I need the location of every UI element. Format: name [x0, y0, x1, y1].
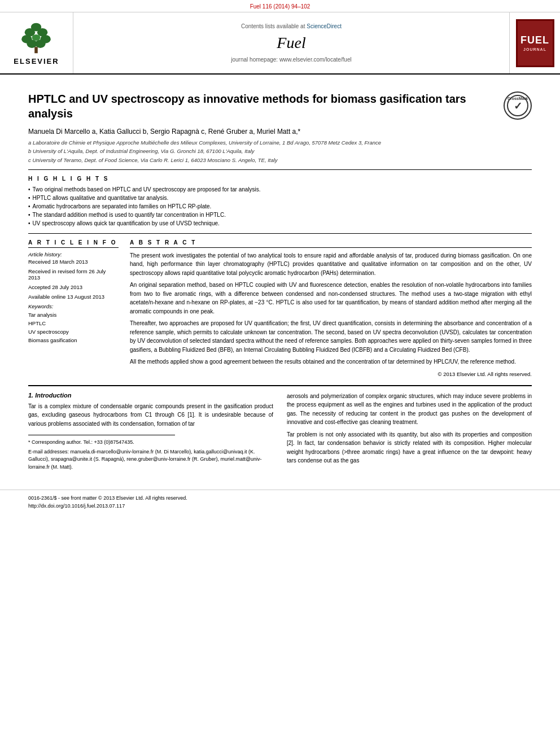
journal-citation: Fuel 116 (2014) 94–102	[250, 3, 310, 10]
fuel-badge-label: FUEL	[520, 34, 549, 46]
sciencedirect-link[interactable]: ScienceDirect	[307, 23, 342, 29]
elsevier-logo: ELSEVIER	[14, 21, 59, 65]
intro-heading: 1. Introduction	[28, 392, 273, 399]
section-number: 1.	[28, 392, 33, 399]
page-footer: 0016-2361/$ - see front matter © 2013 El…	[0, 490, 560, 514]
affiliation-c: c University of Teramo, Dept. of Food Sc…	[28, 156, 532, 164]
abstract-paragraph-4: All the methods applied show a good agre…	[130, 357, 532, 366]
article-info-column: A R T I C L E I N F O Article history: R…	[28, 239, 119, 377]
keyword-3: UV spectroscopy	[28, 327, 119, 336]
body-right-col: aerosols and polymerization of complex o…	[287, 392, 532, 473]
accepted-date: Accepted 28 July 2013	[28, 284, 119, 290]
fuel-badge-subtitle: JOURNAL	[523, 47, 546, 51]
email-intro-label: E-mail addresses:	[28, 449, 69, 455]
abstract-title: A B S T R A C T	[130, 239, 532, 248]
body-columns: 1. Introduction Tar is a complex mixture…	[28, 392, 532, 473]
svg-text:✓: ✓	[514, 101, 522, 112]
footer-left: 0016-2361/$ - see front matter © 2013 El…	[28, 495, 187, 510]
svg-point-7	[36, 40, 46, 48]
bullet-2: •	[28, 194, 30, 202]
keywords-label: Keywords:	[28, 303, 119, 309]
svg-rect-8	[35, 47, 38, 53]
copyright-line: © 2013 Elsevier Ltd. All rights reserved…	[130, 371, 532, 377]
affiliation-b: b University of L'Aquila, Dept. of Indus…	[28, 147, 532, 155]
affiliation-a: a Laboratoire de Chimie et Physique Appr…	[28, 139, 532, 146]
article-info-abstract: A R T I C L E I N F O Article history: R…	[28, 239, 532, 377]
abstract-paragraph-1: The present work investigates the potent…	[130, 251, 532, 278]
main-content: HPTLC and UV spectroscopy as innovative …	[0, 75, 560, 484]
top-bar: Fuel 116 (2014) 94–102	[0, 0, 560, 12]
intro-divider	[28, 385, 532, 386]
highlight-text-1: Two original methods based on HPTLC and …	[33, 185, 261, 194]
svg-point-9	[32, 34, 41, 41]
abstract-paragraph-3: Thereafter, two approaches are proposed …	[130, 319, 532, 354]
journal-name: Fuel	[277, 34, 305, 52]
doi-text: http://dx.doi.org/10.1016/j.fuel.2013.07…	[28, 503, 187, 510]
bullet-1: •	[28, 185, 30, 194]
received-date: Received 18 March 2013	[28, 259, 119, 265]
affiliations: a Laboratoire de Chimie et Physique Appr…	[28, 139, 532, 164]
bullet-4: •	[28, 211, 30, 219]
intro-left-para-1: Tar is a complex mixture of condensable …	[28, 402, 273, 429]
journal-header: ELSEVIER Contents lists available at Sci…	[0, 12, 560, 75]
highlight-text-5: UV spectroscopy allows quick tar quantif…	[33, 219, 220, 228]
revised-date: Received in revised form 26 July 2013	[28, 268, 119, 281]
authors-line: Manuela Di Marcello a, Katia Gallucci b,…	[28, 128, 532, 136]
section-title: Introduction	[35, 392, 71, 399]
keyword-2: HPTLC	[28, 319, 119, 327]
highlight-item-5: • UV spectroscopy allows quick tar quant…	[28, 219, 532, 228]
elsevier-logo-section: ELSEVIER	[0, 12, 73, 73]
corresponding-footnote: * Corresponding author. Tel.: +33 (0)875…	[28, 439, 273, 447]
highlight-item-2: • HPTLC allows qualitative and quantitat…	[28, 194, 532, 202]
elsevier-wordmark: ELSEVIER	[14, 57, 59, 65]
highlight-text-4: The standard addition method is used to …	[33, 211, 226, 219]
contents-text: Contents lists available at	[241, 23, 305, 29]
journal-homepage: journal homepage: www.elsevier.com/locat…	[231, 56, 351, 63]
elsevier-tree-icon	[19, 21, 53, 55]
sciencedirect-line: Contents lists available at ScienceDirec…	[241, 23, 342, 29]
highlight-text-3: Aromatic hydrocarbons are separated into…	[33, 202, 212, 211]
divider-2	[28, 233, 532, 234]
highlights-section: H I G H L I G H T S • Two original metho…	[28, 176, 532, 228]
email-footnote: E-mail addresses: manuela.di-marcello@un…	[28, 448, 273, 471]
intro-right-para-2: Tar problem is not only associated with …	[287, 430, 532, 465]
footnote-divider	[28, 435, 175, 435]
bullet-3: •	[28, 202, 30, 211]
journal-center-info: Contents lists available at ScienceDirec…	[73, 12, 509, 73]
keyword-4: Biomass gasification	[28, 336, 119, 344]
abstract-paragraph-2: An original separation method, based on …	[130, 281, 532, 316]
divider-1	[28, 169, 532, 170]
svg-text:CrossMark: CrossMark	[508, 97, 528, 101]
article-title-section: HPTLC and UV spectroscopy as innovative …	[28, 91, 532, 121]
highlight-item-4: • The standard addition method is used t…	[28, 211, 532, 219]
history-label: Article history:	[28, 251, 119, 257]
body-left-col: 1. Introduction Tar is a complex mixture…	[28, 392, 273, 473]
article-title: HPTLC and UV spectroscopy as innovative …	[28, 91, 491, 121]
keyword-1: Tar analysis	[28, 311, 119, 319]
intro-right-para-1: aerosols and polymerization of complex o…	[287, 392, 532, 427]
page: Fuel 116 (2014) 94–102	[0, 0, 560, 514]
highlights-label: H I G H L I G H T S	[28, 176, 532, 182]
article-info-title: A R T I C L E I N F O	[28, 239, 119, 248]
highlight-text-2: HPTLC allows qualitative and quantitativ…	[33, 194, 169, 202]
fuel-journal-badge: FUEL JOURNAL	[516, 19, 554, 67]
fuel-badge-section: FUEL JOURNAL	[509, 12, 560, 73]
highlight-item-1: • Two original methods based on HPTLC an…	[28, 185, 532, 194]
highlights-list: • Two original methods based on HPTLC an…	[28, 185, 532, 228]
crossmark-icon[interactable]: ✓ CrossMark	[504, 91, 532, 120]
available-date: Available online 13 August 2013	[28, 294, 119, 300]
issn-text: 0016-2361/$ - see front matter © 2013 El…	[28, 495, 187, 503]
bullet-5: •	[28, 219, 30, 228]
abstract-column: A B S T R A C T The present work investi…	[130, 239, 532, 377]
highlight-item-3: • Aromatic hydrocarbons are separated in…	[28, 202, 532, 211]
